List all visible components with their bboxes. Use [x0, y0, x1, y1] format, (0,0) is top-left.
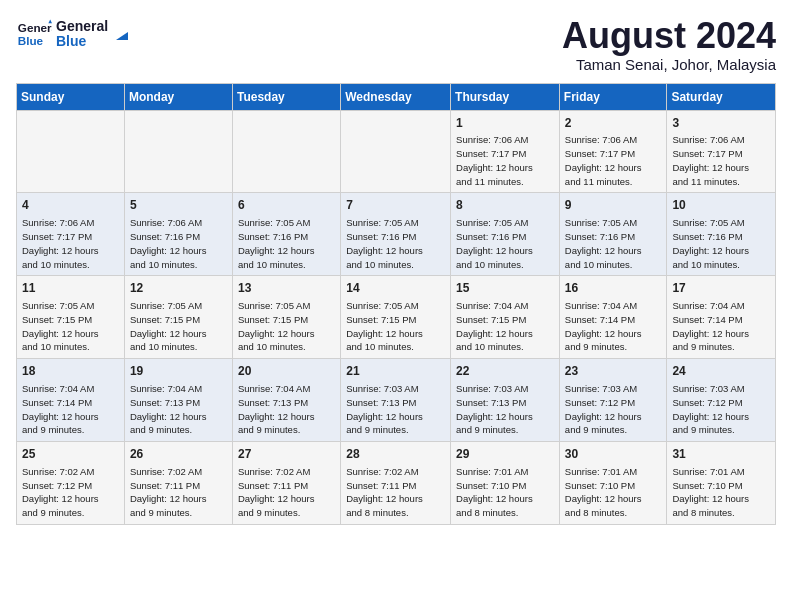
day-info: Sunrise: 7:05 AM Sunset: 7:16 PM Dayligh… [672, 216, 770, 271]
day-info: Sunrise: 7:05 AM Sunset: 7:15 PM Dayligh… [346, 299, 445, 354]
calendar-week-row: 11Sunrise: 7:05 AM Sunset: 7:15 PM Dayli… [17, 276, 776, 359]
calendar-cell [124, 110, 232, 193]
calendar-week-row: 18Sunrise: 7:04 AM Sunset: 7:14 PM Dayli… [17, 359, 776, 442]
calendar-cell: 10Sunrise: 7:05 AM Sunset: 7:16 PM Dayli… [667, 193, 776, 276]
weekday-header-row: SundayMondayTuesdayWednesdayThursdayFrid… [17, 83, 776, 110]
day-info: Sunrise: 7:01 AM Sunset: 7:10 PM Dayligh… [565, 465, 662, 520]
logo-icon: General Blue [16, 16, 52, 52]
day-number: 24 [672, 363, 770, 380]
calendar-cell: 20Sunrise: 7:04 AM Sunset: 7:13 PM Dayli… [232, 359, 340, 442]
calendar-cell: 12Sunrise: 7:05 AM Sunset: 7:15 PM Dayli… [124, 276, 232, 359]
day-info: Sunrise: 7:04 AM Sunset: 7:15 PM Dayligh… [456, 299, 554, 354]
calendar-cell: 16Sunrise: 7:04 AM Sunset: 7:14 PM Dayli… [559, 276, 667, 359]
calendar-cell: 19Sunrise: 7:04 AM Sunset: 7:13 PM Dayli… [124, 359, 232, 442]
calendar-cell: 27Sunrise: 7:02 AM Sunset: 7:11 PM Dayli… [232, 442, 340, 525]
day-number: 6 [238, 197, 335, 214]
day-info: Sunrise: 7:05 AM Sunset: 7:15 PM Dayligh… [238, 299, 335, 354]
calendar-cell: 28Sunrise: 7:02 AM Sunset: 7:11 PM Dayli… [341, 442, 451, 525]
day-number: 10 [672, 197, 770, 214]
day-info: Sunrise: 7:06 AM Sunset: 7:17 PM Dayligh… [565, 133, 662, 188]
day-number: 30 [565, 446, 662, 463]
day-number: 12 [130, 280, 227, 297]
calendar-cell: 7Sunrise: 7:05 AM Sunset: 7:16 PM Daylig… [341, 193, 451, 276]
calendar-cell: 1Sunrise: 7:06 AM Sunset: 7:17 PM Daylig… [451, 110, 560, 193]
month-year: August 2024 [562, 16, 776, 56]
calendar-cell: 4Sunrise: 7:06 AM Sunset: 7:17 PM Daylig… [17, 193, 125, 276]
calendar-cell: 29Sunrise: 7:01 AM Sunset: 7:10 PM Dayli… [451, 442, 560, 525]
day-info: Sunrise: 7:05 AM Sunset: 7:16 PM Dayligh… [456, 216, 554, 271]
day-info: Sunrise: 7:06 AM Sunset: 7:16 PM Dayligh… [130, 216, 227, 271]
calendar-cell: 14Sunrise: 7:05 AM Sunset: 7:15 PM Dayli… [341, 276, 451, 359]
calendar-cell: 13Sunrise: 7:05 AM Sunset: 7:15 PM Dayli… [232, 276, 340, 359]
day-info: Sunrise: 7:06 AM Sunset: 7:17 PM Dayligh… [22, 216, 119, 271]
day-info: Sunrise: 7:02 AM Sunset: 7:11 PM Dayligh… [346, 465, 445, 520]
day-info: Sunrise: 7:05 AM Sunset: 7:16 PM Dayligh… [346, 216, 445, 271]
calendar-cell [232, 110, 340, 193]
calendar-cell: 2Sunrise: 7:06 AM Sunset: 7:17 PM Daylig… [559, 110, 667, 193]
logo-arrow-icon [112, 24, 132, 44]
day-number: 9 [565, 197, 662, 214]
day-number: 7 [346, 197, 445, 214]
calendar-cell: 18Sunrise: 7:04 AM Sunset: 7:14 PM Dayli… [17, 359, 125, 442]
day-info: Sunrise: 7:04 AM Sunset: 7:13 PM Dayligh… [238, 382, 335, 437]
calendar-cell: 17Sunrise: 7:04 AM Sunset: 7:14 PM Dayli… [667, 276, 776, 359]
day-info: Sunrise: 7:05 AM Sunset: 7:16 PM Dayligh… [565, 216, 662, 271]
day-number: 22 [456, 363, 554, 380]
calendar-cell: 26Sunrise: 7:02 AM Sunset: 7:11 PM Dayli… [124, 442, 232, 525]
day-number: 1 [456, 115, 554, 132]
calendar-week-row: 4Sunrise: 7:06 AM Sunset: 7:17 PM Daylig… [17, 193, 776, 276]
weekday-header-tuesday: Tuesday [232, 83, 340, 110]
day-info: Sunrise: 7:02 AM Sunset: 7:11 PM Dayligh… [238, 465, 335, 520]
weekday-header-monday: Monday [124, 83, 232, 110]
day-number: 31 [672, 446, 770, 463]
calendar-cell: 21Sunrise: 7:03 AM Sunset: 7:13 PM Dayli… [341, 359, 451, 442]
weekday-header-sunday: Sunday [17, 83, 125, 110]
calendar-cell: 3Sunrise: 7:06 AM Sunset: 7:17 PM Daylig… [667, 110, 776, 193]
day-info: Sunrise: 7:04 AM Sunset: 7:13 PM Dayligh… [130, 382, 227, 437]
svg-text:General: General [18, 21, 52, 34]
svg-text:Blue: Blue [18, 34, 44, 47]
calendar-cell: 30Sunrise: 7:01 AM Sunset: 7:10 PM Dayli… [559, 442, 667, 525]
calendar-cell [17, 110, 125, 193]
day-number: 4 [22, 197, 119, 214]
day-info: Sunrise: 7:01 AM Sunset: 7:10 PM Dayligh… [456, 465, 554, 520]
day-number: 16 [565, 280, 662, 297]
day-number: 29 [456, 446, 554, 463]
calendar-cell: 31Sunrise: 7:01 AM Sunset: 7:10 PM Dayli… [667, 442, 776, 525]
calendar-week-row: 1Sunrise: 7:06 AM Sunset: 7:17 PM Daylig… [17, 110, 776, 193]
day-info: Sunrise: 7:04 AM Sunset: 7:14 PM Dayligh… [22, 382, 119, 437]
logo-blue: Blue [56, 34, 108, 49]
day-number: 21 [346, 363, 445, 380]
day-info: Sunrise: 7:03 AM Sunset: 7:12 PM Dayligh… [565, 382, 662, 437]
day-info: Sunrise: 7:03 AM Sunset: 7:13 PM Dayligh… [346, 382, 445, 437]
calendar-cell [341, 110, 451, 193]
calendar-table: SundayMondayTuesdayWednesdayThursdayFrid… [16, 83, 776, 525]
day-info: Sunrise: 7:03 AM Sunset: 7:12 PM Dayligh… [672, 382, 770, 437]
calendar-week-row: 25Sunrise: 7:02 AM Sunset: 7:12 PM Dayli… [17, 442, 776, 525]
day-number: 2 [565, 115, 662, 132]
day-number: 25 [22, 446, 119, 463]
weekday-header-thursday: Thursday [451, 83, 560, 110]
day-number: 8 [456, 197, 554, 214]
calendar-cell: 22Sunrise: 7:03 AM Sunset: 7:13 PM Dayli… [451, 359, 560, 442]
day-info: Sunrise: 7:03 AM Sunset: 7:13 PM Dayligh… [456, 382, 554, 437]
svg-marker-3 [116, 32, 128, 40]
weekday-header-wednesday: Wednesday [341, 83, 451, 110]
day-number: 19 [130, 363, 227, 380]
day-info: Sunrise: 7:05 AM Sunset: 7:15 PM Dayligh… [130, 299, 227, 354]
day-number: 20 [238, 363, 335, 380]
calendar-cell: 8Sunrise: 7:05 AM Sunset: 7:16 PM Daylig… [451, 193, 560, 276]
day-info: Sunrise: 7:01 AM Sunset: 7:10 PM Dayligh… [672, 465, 770, 520]
day-number: 27 [238, 446, 335, 463]
calendar-cell: 9Sunrise: 7:05 AM Sunset: 7:16 PM Daylig… [559, 193, 667, 276]
calendar-cell: 6Sunrise: 7:05 AM Sunset: 7:16 PM Daylig… [232, 193, 340, 276]
weekday-header-saturday: Saturday [667, 83, 776, 110]
day-number: 26 [130, 446, 227, 463]
weekday-header-friday: Friday [559, 83, 667, 110]
title-block: August 2024 Taman Senai, Johor, Malaysia [562, 16, 776, 73]
day-number: 13 [238, 280, 335, 297]
page-header: General Blue General Blue August 2024 Ta… [16, 16, 776, 73]
day-number: 28 [346, 446, 445, 463]
day-number: 14 [346, 280, 445, 297]
day-number: 11 [22, 280, 119, 297]
